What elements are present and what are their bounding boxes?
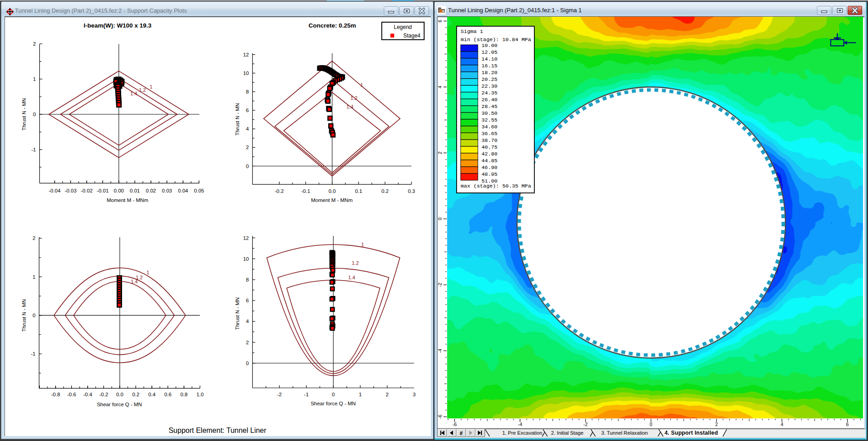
svg-text:26.40: 26.40 <box>481 97 497 103</box>
svg-text:-2: -2 <box>438 283 443 287</box>
svg-text:4. Support Installed: 4. Support Installed <box>665 430 718 436</box>
svg-text:1: 1 <box>150 84 152 89</box>
svg-text:0.0: 0.0 <box>329 188 336 194</box>
svg-text:0.04: 0.04 <box>178 188 189 193</box>
svg-text:0: 0 <box>33 112 36 117</box>
svg-text:38.70: 38.70 <box>481 137 497 144</box>
svg-text:Moment M - MNm: Moment M - MNm <box>311 197 353 203</box>
svg-text:1.4: 1.4 <box>348 275 355 280</box>
svg-text:-2: -2 <box>277 392 282 397</box>
svg-text:6: 6 <box>846 422 849 427</box>
svg-text:0: 0 <box>246 164 249 169</box>
svg-text:I-beam(W): W100 x 19.3: I-beam(W): W100 x 19.3 <box>84 22 152 29</box>
svg-text:-4: -4 <box>518 422 522 427</box>
svg-text:Sigma 1: Sigma 1 <box>461 28 483 35</box>
svg-text:48.95: 48.95 <box>481 171 497 178</box>
svg-text:Concrete: 0.25m: Concrete: 0.25m <box>308 22 356 29</box>
svg-text:14.10: 14.10 <box>481 56 497 62</box>
svg-text:Stage4: Stage4 <box>403 33 420 39</box>
svg-text:-0.2: -0.2 <box>275 188 284 194</box>
svg-text:0: 0 <box>246 361 249 366</box>
svg-text:28.45: 28.45 <box>481 103 497 110</box>
svg-text:10.00: 10.00 <box>481 42 497 49</box>
svg-text:0.2: 0.2 <box>132 392 139 397</box>
svg-text:12.05: 12.05 <box>481 49 497 56</box>
svg-text:12: 12 <box>243 235 249 241</box>
svg-text:4: 4 <box>246 319 249 324</box>
svg-text:Shear force Q - MN: Shear force Q - MN <box>97 402 142 407</box>
svg-text:0.01: 0.01 <box>130 188 140 193</box>
svg-text:Support Element: Tunnel Liner: Support Element: Tunnel Liner <box>169 427 267 434</box>
svg-text:18.20: 18.20 <box>481 70 497 76</box>
svg-text:0.0: 0.0 <box>116 392 123 397</box>
svg-text:0.05: 0.05 <box>194 188 204 193</box>
svg-text:1.4: 1.4 <box>130 91 137 96</box>
svg-text:30.50: 30.50 <box>481 110 497 117</box>
svg-text:Thrust N - MN: Thrust N - MN <box>235 103 240 136</box>
svg-text:42.80: 42.80 <box>481 151 497 157</box>
svg-text:1. Pre Excavation: 1. Pre Excavation <box>502 430 542 436</box>
svg-text:-1: -1 <box>31 147 36 152</box>
svg-text:44.85: 44.85 <box>481 158 497 164</box>
svg-text:2. Initial Stage: 2. Initial Stage <box>551 430 584 436</box>
svg-text:-1: -1 <box>304 392 309 397</box>
svg-text:#: # <box>460 430 463 436</box>
svg-text:1.2: 1.2 <box>350 95 357 101</box>
svg-text:0: 0 <box>332 392 335 397</box>
svg-text:0: 0 <box>438 217 443 220</box>
svg-text:10: 10 <box>243 70 249 76</box>
svg-text:1.2: 1.2 <box>139 87 146 93</box>
svg-text:1.4: 1.4 <box>131 279 137 284</box>
svg-text:-0.2: -0.2 <box>99 392 108 397</box>
svg-text:34.60: 34.60 <box>481 124 497 130</box>
svg-text:36.65: 36.65 <box>481 131 497 137</box>
svg-text:1: 1 <box>33 274 35 280</box>
svg-text:0.03: 0.03 <box>162 188 172 193</box>
svg-text:2: 2 <box>33 41 36 47</box>
svg-text:46.90: 46.90 <box>481 164 497 171</box>
svg-text:8: 8 <box>246 277 249 282</box>
svg-text:-0.4: -0.4 <box>83 392 92 397</box>
svg-text:Shear force Q - MN: Shear force Q - MN <box>311 401 356 406</box>
svg-text:6: 6 <box>246 108 249 113</box>
svg-text:2: 2 <box>386 392 388 397</box>
svg-text:-0.8: -0.8 <box>51 392 60 397</box>
svg-text:8: 8 <box>246 89 249 94</box>
svg-text:0.1: 0.1 <box>355 188 362 194</box>
svg-text:-0.03: -0.03 <box>65 188 76 193</box>
svg-text:12: 12 <box>243 52 249 57</box>
svg-text:0.6: 0.6 <box>164 392 171 397</box>
svg-text:3. Tunnel Relaxation: 3. Tunnel Relaxation <box>601 430 648 436</box>
svg-text:16.15: 16.15 <box>481 63 497 69</box>
svg-text:4: 4 <box>781 422 783 427</box>
svg-text:-1: -1 <box>31 351 35 357</box>
svg-text:-6: -6 <box>453 422 457 427</box>
svg-text:0.00: 0.00 <box>114 188 124 193</box>
svg-text:Thrust N - MN: Thrust N - MN <box>235 297 240 330</box>
svg-text:0: 0 <box>650 422 652 427</box>
svg-text:Thrust N - MN: Thrust N - MN <box>21 299 27 332</box>
svg-text:-6: -6 <box>438 414 443 418</box>
svg-text:-0.6: -0.6 <box>67 392 76 397</box>
svg-text:0: 0 <box>33 313 35 318</box>
svg-text:-0.01: -0.01 <box>97 188 108 193</box>
svg-text:6: 6 <box>246 298 249 303</box>
svg-text:6: 6 <box>438 19 443 22</box>
svg-text:1.4: 1.4 <box>346 104 353 109</box>
svg-text:4: 4 <box>246 126 249 131</box>
svg-text:-4: -4 <box>438 348 443 352</box>
svg-text:1: 1 <box>361 242 364 247</box>
svg-text:3: 3 <box>413 392 415 397</box>
svg-text:1.0: 1.0 <box>196 392 203 397</box>
svg-text:20.25: 20.25 <box>481 76 497 83</box>
svg-text:Thrust N - MN: Thrust N - MN <box>21 98 27 131</box>
svg-text:22.30: 22.30 <box>481 83 497 89</box>
svg-text:32.55: 32.55 <box>481 117 497 123</box>
svg-text:1: 1 <box>359 392 362 397</box>
svg-text:Legend: Legend <box>394 24 412 30</box>
svg-text:-0.04: -0.04 <box>49 188 61 193</box>
svg-text:1: 1 <box>146 270 149 275</box>
svg-text:2: 2 <box>438 151 443 154</box>
svg-text:2: 2 <box>715 422 718 427</box>
svg-text:1.2: 1.2 <box>352 260 359 266</box>
